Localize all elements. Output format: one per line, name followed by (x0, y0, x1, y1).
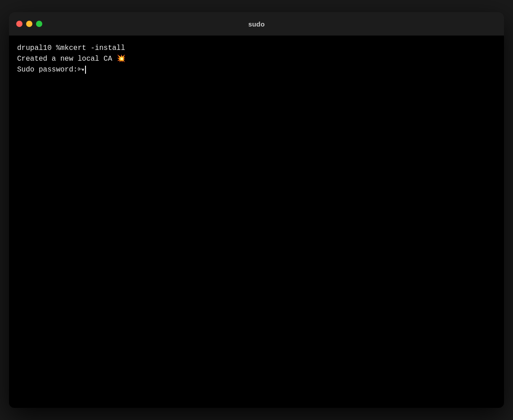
terminal-line-3: Sudo password:🗝 (17, 64, 496, 75)
terminal-window: sudo drupal10 %mkcert -install Created a… (9, 12, 504, 408)
key-emoji: 🗝 (77, 66, 85, 74)
terminal-line-1: drupal10 %mkcert -install (17, 43, 496, 54)
close-button[interactable] (16, 21, 22, 27)
terminal-text-1: drupal10 %mkcert -install (17, 43, 125, 54)
window-title: sudo (248, 20, 265, 28)
traffic-lights (16, 21, 42, 27)
minimize-button[interactable] (26, 21, 32, 27)
terminal-text-3: Sudo password:🗝 (17, 64, 86, 75)
sparkle-emoji: 💥 (117, 55, 126, 63)
titlebar: sudo (9, 12, 504, 36)
terminal-text-2: Created a new local CA 💥 (17, 54, 126, 64)
cursor (85, 66, 86, 74)
maximize-button[interactable] (36, 21, 42, 27)
terminal-line-2: Created a new local CA 💥 (17, 54, 496, 64)
terminal-body[interactable]: drupal10 %mkcert -install Created a new … (9, 36, 504, 408)
